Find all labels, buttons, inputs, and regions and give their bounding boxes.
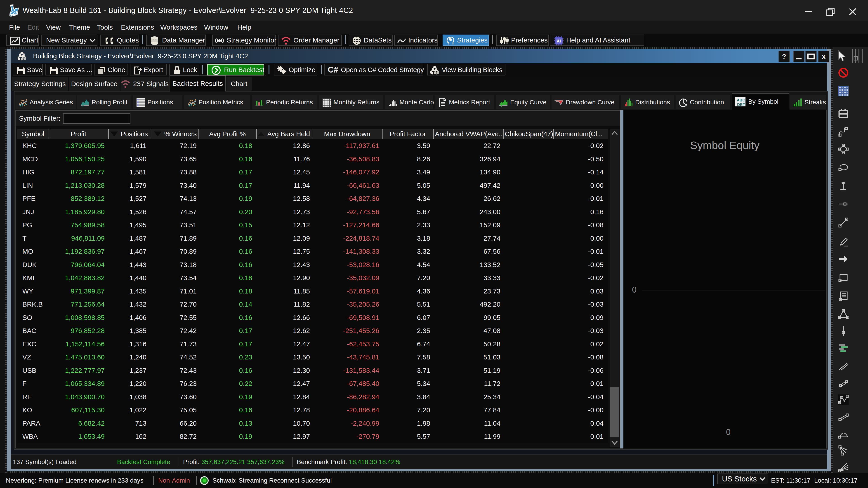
svg-text:DEF: DEF bbox=[737, 103, 745, 106]
svg-text:C#: C# bbox=[328, 66, 338, 74]
svg-text:AI: AI bbox=[557, 39, 561, 43]
svg-text:ABC: ABC bbox=[737, 98, 745, 102]
